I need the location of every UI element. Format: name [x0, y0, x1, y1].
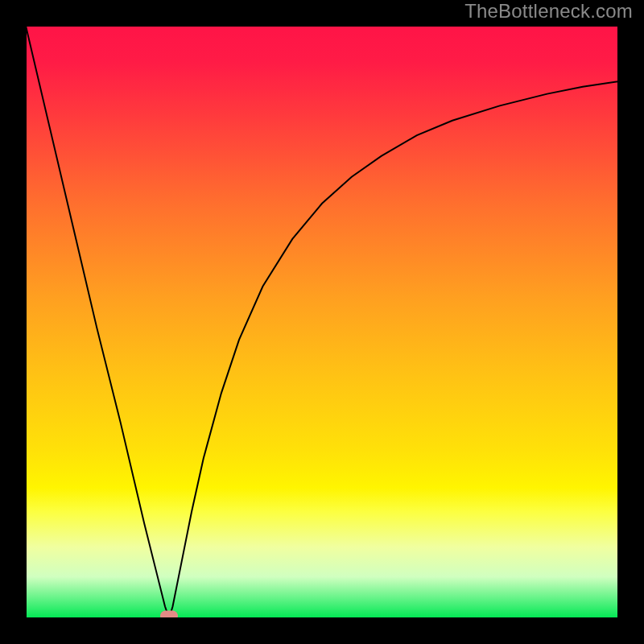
- chart-container: TheBottleneck.com: [0, 0, 644, 644]
- plot-area: [26, 26, 618, 618]
- curve-svg: [26, 26, 618, 618]
- watermark-label: TheBottleneck.com: [464, 0, 633, 23]
- curve-path: [26, 26, 618, 618]
- minimum-marker: [160, 611, 178, 619]
